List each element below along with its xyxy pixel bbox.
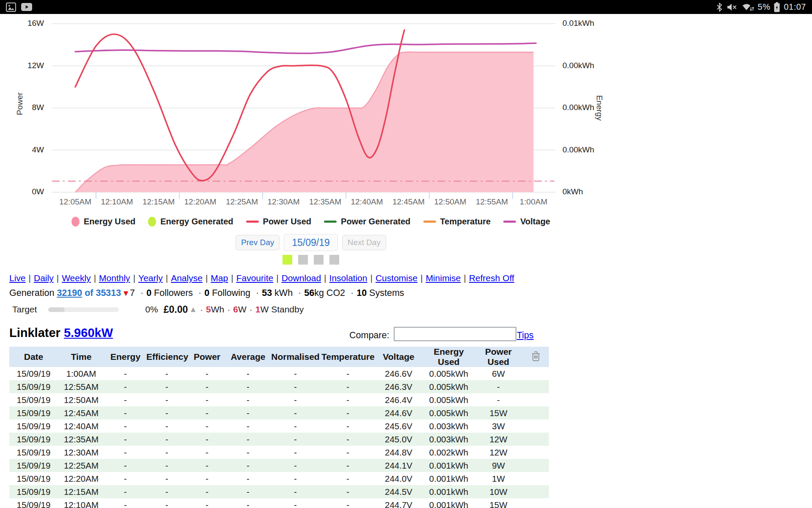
cell-empty: [522, 420, 549, 433]
nav-link-live[interactable]: Live: [9, 273, 26, 283]
standby-value: 1: [255, 304, 261, 315]
nav-link-map[interactable]: Map: [211, 273, 228, 283]
legend-item-energy-used[interactable]: Energy Used: [71, 217, 135, 226]
nav-link-yearly[interactable]: Yearly: [138, 273, 163, 283]
left-axis-tick: 0W: [14, 187, 44, 196]
clock: 01:07: [784, 2, 806, 12]
cell-empty: [522, 459, 549, 472]
table-row: 15/09/1912:10AM------244.7V0.001kWh15W: [9, 498, 549, 508]
page-dot[interactable]: [298, 255, 308, 265]
cell: 244.5V: [374, 485, 423, 498]
cell-empty: [522, 406, 549, 420]
nav-link-favourite[interactable]: Favourite: [236, 273, 274, 283]
cell: -: [104, 498, 146, 508]
target-label: Target: [12, 304, 37, 315]
cell: 245.6V: [374, 420, 423, 433]
page-dot[interactable]: [329, 255, 339, 265]
column-header-date: Date: [9, 347, 58, 367]
separator: ·: [200, 304, 203, 315]
nav-link-daily[interactable]: Daily: [34, 273, 54, 283]
legend-label: Energy Generated: [160, 217, 233, 226]
rank-link[interactable]: 32190 of 35313: [57, 288, 121, 298]
prev-day-button[interactable]: Prev Day: [236, 235, 280, 250]
cell: -: [269, 446, 321, 459]
cell: 12:20AM: [58, 472, 104, 485]
left-axis-tick: 12W: [14, 61, 44, 70]
legend-item-voltage[interactable]: Voltage: [503, 217, 550, 226]
cell: -: [269, 433, 321, 446]
cell: -: [227, 406, 269, 420]
column-header-energy: Energy: [104, 347, 146, 367]
system-header: Linklater 5.960kW Compare: Tips: [0, 326, 812, 346]
table-row: 15/09/1912:15AM------244.5V0.001kWh10W: [9, 485, 549, 498]
table-row: 15/09/1912:30AM------244.8V0.002kWh12W: [9, 446, 549, 459]
page-dot-active[interactable]: [283, 255, 292, 265]
nav-links: Live|Daily|Weekly|Monthly|Yearly|Analyse…: [9, 273, 514, 283]
nav-link-weekly[interactable]: Weekly: [62, 273, 91, 283]
cell: -: [187, 420, 227, 433]
nav-link-minimise[interactable]: Minimise: [426, 273, 461, 283]
separator: |: [231, 273, 233, 283]
cell: 3W: [475, 420, 522, 433]
co2-label: kg CO2: [314, 288, 345, 298]
cell-empty: [522, 446, 549, 459]
cell: 15W: [475, 498, 522, 508]
cell: -: [146, 420, 187, 433]
delete-column-header[interactable]: [522, 347, 549, 367]
cell: -: [104, 380, 146, 393]
cell: 15/09/19: [9, 420, 58, 433]
cell: -: [104, 433, 146, 446]
next-day-button[interactable]: Next Day: [342, 235, 386, 250]
date-button[interactable]: 15/09/19: [284, 234, 338, 251]
nav-link-analyse[interactable]: Analyse: [171, 273, 203, 283]
cell: 244.0V: [374, 472, 423, 485]
target-progress-bar: [48, 307, 119, 312]
column-header-power: Power: [187, 347, 227, 367]
gallery-icon: [6, 3, 16, 12]
cell: 12:55AM: [58, 380, 104, 393]
following-count: 0: [204, 288, 209, 298]
energy-today-unit: Wh: [211, 304, 225, 315]
tips-link[interactable]: Tips: [517, 330, 534, 341]
legend-item-power-generated[interactable]: Power Generated: [324, 217, 411, 226]
nav-link-insolation[interactable]: Insolation: [329, 273, 368, 283]
cell: 0.003kWh: [423, 433, 475, 446]
cell: 12W: [475, 433, 522, 446]
cell: 0.005kWh: [423, 406, 475, 420]
compare-input[interactable]: [394, 327, 516, 341]
cell: 244.8V: [374, 446, 423, 459]
legend-item-energy-generated[interactable]: Energy Generated: [148, 217, 233, 226]
battery-charging-icon: [774, 2, 780, 12]
cell: 1:00AM: [58, 367, 104, 380]
column-header-voltage: Voltage: [374, 347, 423, 367]
legend-item-power-used[interactable]: Power Used: [246, 217, 311, 226]
cell: -: [227, 393, 269, 406]
cell: -: [227, 433, 269, 446]
kwh-label: kWh: [272, 288, 293, 298]
cell: -: [269, 472, 321, 485]
nav-link-customise[interactable]: Customise: [376, 273, 417, 283]
cell: 12:15AM: [58, 485, 104, 498]
cell: -: [187, 459, 227, 472]
cell: 15/09/19: [9, 485, 58, 498]
youtube-icon: [21, 3, 32, 11]
cell: -: [269, 485, 321, 498]
cell: -: [227, 459, 269, 472]
power-now-unit: W: [238, 304, 247, 315]
x-axis-tick: 12:05AM: [59, 197, 91, 207]
cell: -: [227, 367, 269, 380]
separator: |: [133, 273, 135, 283]
nav-link-download[interactable]: Download: [282, 273, 321, 283]
cell: -: [227, 498, 269, 508]
cell: -: [187, 446, 227, 459]
temperature-marker-icon: [423, 221, 436, 223]
page-dots: [0, 255, 622, 265]
cell: 15/09/19: [9, 459, 58, 472]
nav-link-refresh-off[interactable]: Refresh Off: [469, 273, 514, 283]
page-dot[interactable]: [314, 255, 324, 265]
nav-link-monthly[interactable]: Monthly: [99, 273, 130, 283]
cell: -: [104, 406, 146, 420]
x-axis-tick: 12:20AM: [184, 197, 216, 207]
legend-item-temperature[interactable]: Temperature: [423, 217, 491, 226]
capacity-link[interactable]: 5.960kW: [64, 326, 113, 340]
